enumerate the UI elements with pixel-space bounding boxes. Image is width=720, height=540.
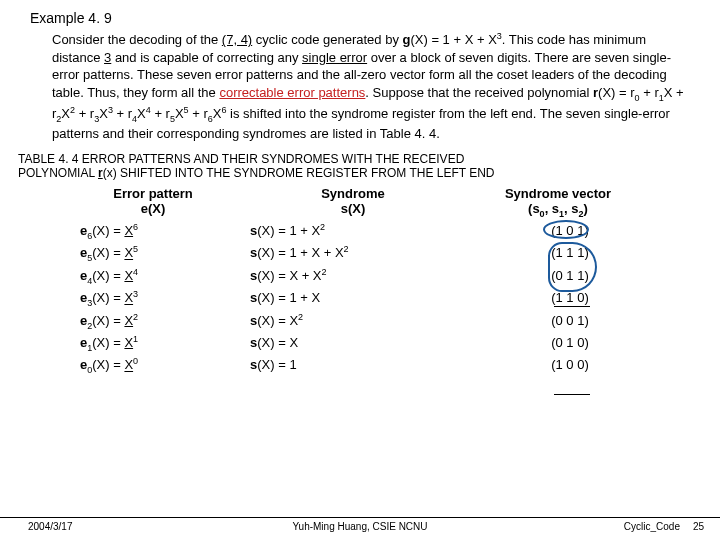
- cap2: POLYNOMIAL: [18, 166, 98, 180]
- t: Consider the decoding of the: [52, 32, 222, 47]
- t: and is capable of correcting any: [111, 50, 302, 65]
- syndrome-cell: s(X) = 1 + X: [250, 288, 480, 310]
- error-pattern-cell: e4(X) = X4: [68, 266, 250, 288]
- t: . Suppose that the received polynomial: [365, 85, 593, 100]
- syndrome-vector-cell: (0 1 0): [480, 333, 660, 355]
- h: e(X): [141, 201, 166, 216]
- t: + r: [113, 106, 132, 121]
- table-row: e6(X) = X6s(X) = 1 + X2(1 0 1): [68, 221, 702, 243]
- syndrome-vector-cell: (1 0 0): [480, 355, 660, 377]
- t: + r: [189, 106, 208, 121]
- t: (X) = r: [598, 85, 634, 100]
- annotation-circle-icon: [68, 393, 86, 435]
- annotation-circle-icon: [543, 220, 589, 239]
- hdr-error: Error pattern e(X): [68, 186, 238, 221]
- footer: 2004/3/17 Yuh-Ming Huang, CSIE NCNU Cycl…: [0, 517, 720, 532]
- syndrome-vector-cell: (0 1 1): [480, 266, 660, 288]
- t: X: [137, 106, 146, 121]
- error-pattern-cell: e1(X) = X1: [68, 333, 250, 355]
- annotation-underline: [554, 306, 590, 307]
- table-row: e3(X) = X3s(X) = 1 + X(1 1 0): [68, 288, 702, 310]
- h: Syndrome vector: [505, 186, 611, 201]
- table-row: e2(X) = X2s(X) = X2(0 0 1): [68, 311, 702, 333]
- hdr-syndrome: Syndrome s(X): [238, 186, 468, 221]
- hdr-vector: Syndrome vector (s0, s1, s2): [468, 186, 648, 221]
- error-pattern-cell: e2(X) = X2: [68, 311, 250, 333]
- t: X: [99, 106, 108, 121]
- syndrome-vector-cell: (1 1 1): [480, 243, 660, 265]
- syndrome-vector-cell: (1 1 0): [480, 288, 660, 310]
- cap2b: (x) SHIFTED INTO THE SYNDROME REGISTER F…: [103, 166, 495, 180]
- syndrome-vector-cell: (0 0 1): [480, 311, 660, 333]
- footer-date: 2004/3/17: [28, 521, 73, 532]
- error-pattern-cell: e0(X) = X0: [68, 355, 250, 377]
- table-row: e0(X) = X0s(X) = 1(1 0 0): [68, 355, 702, 377]
- code-params: (7, 4): [222, 32, 252, 47]
- h: s(X): [341, 201, 366, 216]
- single-error: single error: [302, 50, 367, 65]
- syndrome-cell: s(X) = 1 + X + X2: [250, 243, 480, 265]
- table-row: e4(X) = X4s(X) = X + X2(0 1 1): [68, 266, 702, 288]
- h: (s: [528, 201, 540, 216]
- h: , s: [545, 201, 559, 216]
- h: , s: [564, 201, 578, 216]
- error-pattern-cell: e6(X) = X6: [68, 221, 250, 243]
- t: + r: [151, 106, 170, 121]
- t: + r: [75, 106, 94, 121]
- correctable-patterns: correctable error patterns: [219, 85, 365, 100]
- annotation-circle-icon: [68, 378, 90, 393]
- intro-paragraph: Consider the decoding of the (7, 4) cycl…: [52, 30, 694, 142]
- syndrome-vector-cell: (1 0 1): [480, 221, 660, 243]
- footer-center: Yuh-Ming Huang, CSIE NCNU: [0, 521, 720, 532]
- footer-page: 25: [693, 521, 704, 532]
- h: Error pattern: [113, 186, 192, 201]
- t: X: [175, 106, 184, 121]
- t: (X) = 1 + X + X: [410, 32, 496, 47]
- footer-right: Cyclic_Code: [624, 521, 680, 532]
- syndrome-cell: s(X) = X2: [250, 311, 480, 333]
- table-row: e1(X) = X1s(X) = X(0 1 0): [68, 333, 702, 355]
- t: cyclic code generated by: [252, 32, 402, 47]
- t: + r: [640, 85, 659, 100]
- syndrome-table: Error pattern e(X) Syndrome s(X) Syndrom…: [68, 186, 702, 435]
- syndrome-cell: s(X) = 1 + X2: [250, 221, 480, 243]
- syndrome-cell: s(X) = X + X2: [250, 266, 480, 288]
- annotation-underline: [554, 394, 590, 395]
- syndrome-cell: s(X) = 1: [250, 355, 480, 377]
- cap1: TABLE 4. 4 ERROR PATTERNS AND THEIR SYND…: [18, 152, 464, 166]
- h: ): [584, 201, 588, 216]
- h: Syndrome: [321, 186, 385, 201]
- table-body: e6(X) = X6s(X) = 1 + X2(1 0 1)e5(X) = X5…: [68, 221, 702, 378]
- syndrome-cell: s(X) = X: [250, 333, 480, 355]
- example-title: Example 4. 9: [30, 10, 702, 26]
- t: X: [61, 106, 70, 121]
- table-caption: TABLE 4. 4 ERROR PATTERNS AND THEIR SYND…: [18, 152, 702, 180]
- error-pattern-cell: e3(X) = X3: [68, 288, 250, 310]
- table-row: e5(X) = X5s(X) = 1 + X + X2(1 1 1): [68, 243, 702, 265]
- table-header: Error pattern e(X) Syndrome s(X) Syndrom…: [68, 186, 702, 221]
- error-pattern-cell: e5(X) = X5: [68, 243, 250, 265]
